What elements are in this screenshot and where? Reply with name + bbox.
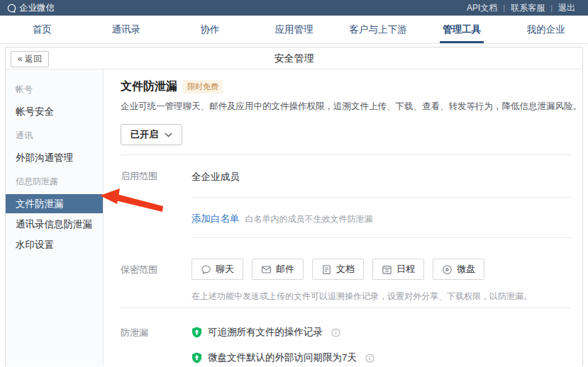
feature-description: 企业可统一管理聊天、邮件及应用中的文件操作权限，追溯文件上传、下载、查看、转发等… bbox=[121, 100, 571, 113]
main-content: 文件防泄漏 限时免费 企业可统一管理聊天、邮件及应用中的文件操作权限，追溯文件上… bbox=[104, 69, 582, 366]
chip-mail[interactable]: 邮件 bbox=[252, 259, 304, 280]
secrecy-scope-hint: 在上述功能中发送或上传的文件可以追溯操作记录，设置对外分享、下载权限，以防泄漏。 bbox=[192, 290, 571, 303]
doc-icon bbox=[321, 264, 332, 275]
contact-support-link[interactable]: 联系客服 bbox=[505, 2, 550, 14]
tab-contacts[interactable]: 通讯录 bbox=[84, 16, 167, 43]
whitelist-hint: 白名单内的成员不生效文件防泄漏 bbox=[245, 214, 373, 224]
chat-icon bbox=[201, 264, 211, 275]
tab-admin-tools[interactable]: 管理工具 bbox=[420, 16, 504, 43]
topbar-links: API文档 | 联系客服 | 退出 bbox=[461, 2, 581, 14]
calendar-icon bbox=[382, 264, 392, 275]
feature-title: 文件防泄漏 bbox=[121, 79, 177, 94]
back-button[interactable]: « 返回 bbox=[11, 51, 49, 67]
chip-calendar[interactable]: 日程 bbox=[372, 259, 424, 280]
wework-logo-icon bbox=[7, 4, 16, 13]
whitelist-row: 添加白名单白名单内的成员不生效文件防泄漏 bbox=[121, 198, 571, 237]
sidebar-group-account: 帐号 bbox=[6, 77, 103, 101]
shield-icon bbox=[192, 327, 202, 338]
tab-my-company[interactable]: 我的企业 bbox=[504, 16, 588, 43]
tab-home[interactable]: 首页 bbox=[0, 16, 84, 43]
enable-scope-label: 启用范围 bbox=[121, 170, 192, 184]
leakproof-item: 微盘文件默认的外部访问期限为7天 bbox=[192, 351, 571, 364]
tab-customers[interactable]: 客户与上下游 bbox=[336, 16, 420, 43]
leakproof-label: 防泄漏 bbox=[121, 326, 192, 364]
main-nav: 首页 通讯录 协作 应用管理 客户与上下游 管理工具 我的企业 bbox=[0, 16, 588, 44]
sidebar-group-communication: 通讯 bbox=[6, 123, 103, 147]
chip-chat[interactable]: 聊天 bbox=[192, 259, 243, 280]
sidebar-group-info-leak: 信息防泄露 bbox=[6, 169, 103, 193]
add-whitelist-link[interactable]: 添加白名单 bbox=[192, 213, 240, 224]
sidebar-item-file-leak-prevention[interactable]: 文件防泄漏 bbox=[6, 194, 103, 213]
leakproof-row: 防泄漏 可追溯所有文件的操作记录 bbox=[121, 308, 571, 364]
status-dropdown-button[interactable]: 已开启 bbox=[121, 124, 182, 145]
sidebar-item-account-security[interactable]: 帐号安全 bbox=[6, 102, 103, 121]
top-bar: 企业微信 API文档 | 联系客服 | 退出 bbox=[0, 0, 588, 16]
leakproof-item: 可追溯所有文件的操作记录 bbox=[192, 326, 571, 339]
info-icon[interactable] bbox=[331, 328, 340, 337]
enable-scope-value: 全企业成员 bbox=[192, 171, 240, 182]
secrecy-scope-label: 保密范围 bbox=[121, 259, 192, 303]
limited-free-badge: 限时免费 bbox=[183, 80, 223, 94]
chip-drive[interactable]: 微盘 bbox=[433, 259, 484, 280]
sidebar-item-external-communication[interactable]: 外部沟通管理 bbox=[6, 148, 103, 167]
drive-icon bbox=[442, 264, 453, 275]
brand: 企业微信 bbox=[7, 2, 55, 14]
security-management-panel: « 返回 安全管理 帐号 帐号安全 通讯 外部沟通管理 信息防泄露 文件防泄漏 … bbox=[5, 47, 583, 366]
settings-sidebar: 帐号 帐号安全 通讯 外部沟通管理 信息防泄露 文件防泄漏 通讯录信息防泄漏 水… bbox=[6, 69, 104, 366]
page-title: 安全管理 bbox=[6, 47, 582, 69]
info-icon[interactable] bbox=[365, 354, 375, 363]
sidebar-item-contacts-leak-prevention[interactable]: 通讯录信息防泄漏 bbox=[6, 215, 103, 234]
mail-icon bbox=[261, 264, 272, 275]
api-docs-link[interactable]: API文档 bbox=[461, 2, 503, 14]
tab-app-management[interactable]: 应用管理 bbox=[252, 16, 335, 43]
secrecy-scope-row: 保密范围 聊天 邮件 bbox=[121, 238, 571, 307]
sidebar-item-watermark-settings[interactable]: 水印设置 bbox=[6, 235, 103, 254]
shield-icon bbox=[192, 352, 202, 363]
brand-name: 企业微信 bbox=[19, 2, 55, 14]
enable-scope-row: 启用范围 全企业成员 bbox=[121, 155, 571, 197]
chevron-down-icon bbox=[165, 132, 172, 137]
panel-header: « 返回 安全管理 bbox=[6, 47, 582, 69]
logout-link[interactable]: 退出 bbox=[553, 2, 581, 14]
chip-doc[interactable]: 文档 bbox=[312, 259, 364, 280]
tab-collaboration[interactable]: 协作 bbox=[168, 16, 252, 43]
